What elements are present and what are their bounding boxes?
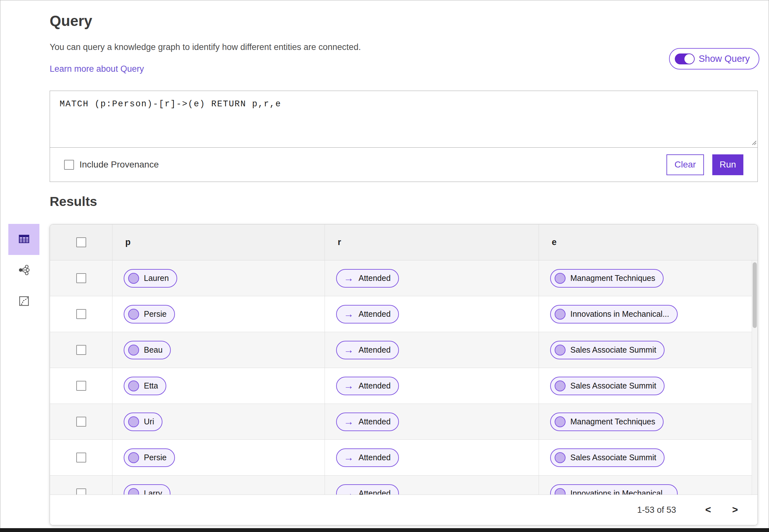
table-header-row: p r e [50, 225, 757, 260]
pill-label: Managment Techniques [570, 417, 655, 426]
row-checkbox[interactable] [76, 273, 86, 283]
graph-view-button[interactable] [8, 255, 39, 286]
entity-node-icon [128, 345, 139, 356]
relation-pill[interactable]: →Attended [336, 341, 399, 359]
previous-page-button[interactable]: < [701, 504, 715, 516]
entity-pill[interactable]: Sales Associate Summit [550, 341, 665, 359]
entity-node-icon [555, 488, 566, 495]
relation-pill[interactable]: →Attended [336, 484, 399, 495]
table-row: Etta→AttendedSales Associate Summit [50, 368, 757, 404]
entity-pill[interactable]: Larry [124, 484, 170, 495]
cell-p: Larry [112, 476, 325, 495]
pill-label: Attended [358, 417, 391, 426]
entity-node-icon [555, 345, 566, 356]
pill-label: Sales Associate Summit [570, 345, 656, 355]
next-page-button[interactable]: > [728, 504, 742, 516]
share-network-icon [18, 264, 30, 277]
row-checkbox[interactable] [76, 381, 86, 391]
pill-label: Attended [358, 274, 391, 283]
pill-label: Managment Techniques [570, 274, 655, 283]
cell-p: Beau [112, 332, 325, 368]
show-query-label: Show Query [699, 53, 750, 64]
row-select-cell [50, 260, 112, 296]
pill-label: Sales Associate Summit [570, 453, 656, 462]
entity-pill[interactable]: Persie [124, 448, 175, 467]
relation-pill[interactable]: →Attended [336, 413, 399, 431]
table-row: Persie→AttendedInnovations in Mechanical… [50, 296, 757, 332]
query-editor-wrap: MATCH (p:Person)-[r]->(e) RETURN p,r,e [50, 91, 757, 148]
pill-label: Sales Associate Summit [570, 381, 656, 390]
relation-pill[interactable]: →Attended [336, 269, 399, 288]
entity-pill[interactable]: Beau [124, 341, 171, 359]
cell-r: →Attended [325, 296, 539, 332]
table-grid-icon [18, 233, 30, 246]
query-input[interactable]: MATCH (p:Person)-[r]->(e) RETURN p,r,e [50, 91, 757, 147]
table-view-button[interactable] [8, 224, 39, 255]
row-checkbox[interactable] [76, 309, 86, 319]
pagination-range-label: 1-53 of 53 [637, 505, 676, 515]
entity-pill[interactable]: Managment Techniques [550, 269, 664, 288]
scrollbar-thumb[interactable] [753, 262, 757, 328]
relation-pill[interactable]: →Attended [336, 305, 399, 323]
run-button[interactable]: Run [712, 154, 743, 175]
pill-label: Uri [144, 417, 154, 426]
row-checkbox[interactable] [76, 453, 86, 462]
header-cell-select [50, 225, 112, 260]
entity-node-icon [128, 381, 139, 391]
cell-r: →Attended [325, 260, 539, 296]
row-select-cell [50, 440, 112, 475]
relation-pill[interactable]: →Attended [336, 377, 399, 395]
row-select-cell [50, 296, 112, 332]
entity-node-icon [128, 416, 139, 427]
entity-pill[interactable]: Etta [124, 377, 166, 395]
entity-pill[interactable]: Uri [124, 413, 162, 431]
table-row: Persie→AttendedSales Associate Summit [50, 440, 757, 476]
arrow-right-icon: → [344, 381, 354, 391]
arrow-right-icon: → [344, 345, 354, 355]
pill-label: Persie [144, 309, 167, 319]
cell-r: →Attended [325, 440, 539, 475]
entity-pill[interactable]: Persie [124, 305, 175, 323]
learn-more-link[interactable]: Learn more about Query [50, 64, 144, 74]
cell-p: Uri [112, 404, 325, 439]
cell-e: Sales Associate Summit [539, 332, 757, 368]
row-checkbox[interactable] [76, 488, 86, 495]
entity-pill[interactable]: Sales Associate Summit [550, 377, 665, 395]
clear-button[interactable]: Clear [667, 154, 704, 175]
cell-e: Managment Techniques [539, 260, 757, 296]
results-view-switcher [8, 224, 39, 317]
cell-p: Persie [112, 440, 325, 475]
cell-e: Sales Associate Summit [539, 440, 757, 475]
table-scrollbar[interactable] [752, 260, 757, 495]
table-body: Lauren→AttendedManagment TechniquesPersi… [50, 260, 757, 495]
entity-pill[interactable]: Managment Techniques [550, 413, 664, 431]
entity-node-icon [555, 452, 566, 463]
pill-label: Attended [358, 345, 391, 355]
pill-label: Innovations in Mechanical... [570, 489, 669, 495]
cell-e: Innovations in Mechanical... [539, 296, 757, 332]
entity-pill[interactable]: Sales Associate Summit [550, 448, 665, 467]
row-checkbox[interactable] [76, 417, 86, 427]
arrow-right-icon: → [344, 273, 354, 283]
window-bottom-edge [0, 528, 769, 532]
entity-pill[interactable]: Innovations in Mechanical... [550, 305, 678, 323]
entity-pill[interactable]: Lauren [124, 269, 177, 288]
table-row: Uri→AttendedManagment Techniques [50, 404, 757, 440]
show-query-toggle[interactable]: Show Query [669, 48, 759, 70]
select-all-checkbox[interactable] [76, 237, 86, 247]
route-map-icon [18, 295, 30, 308]
pill-label: Attended [358, 309, 391, 319]
entity-node-icon [555, 273, 566, 284]
row-select-cell [50, 404, 112, 439]
resize-handle-icon[interactable] [750, 139, 757, 146]
table-row: Lauren→AttendedManagment Techniques [50, 260, 757, 296]
entity-pill[interactable]: Innovations in Mechanical... [550, 484, 678, 495]
relation-pill[interactable]: →Attended [336, 448, 399, 467]
pill-label: Etta [144, 381, 158, 390]
toggle-switch-icon[interactable] [675, 53, 695, 64]
map-view-button[interactable] [8, 286, 39, 317]
row-checkbox[interactable] [76, 345, 86, 355]
pill-label: Innovations in Mechanical... [570, 309, 669, 319]
include-provenance-checkbox[interactable] [64, 160, 74, 170]
entity-node-icon [128, 452, 139, 463]
